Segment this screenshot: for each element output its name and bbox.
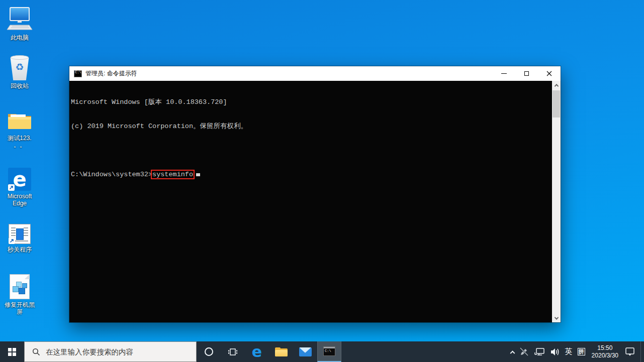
search-input[interactable] <box>46 348 181 356</box>
shortcut-arrow-icon <box>8 184 15 191</box>
edge-icon: e <box>8 168 31 191</box>
close-button[interactable] <box>538 66 561 81</box>
network-icon <box>534 347 545 356</box>
taskbar-search-box[interactable] <box>24 341 197 362</box>
desktop-icon-label: 秒关程序 <box>8 246 32 253</box>
desktop-icon-edge[interactable]: e Microsoft Edge <box>0 168 39 207</box>
windows-logo-icon <box>8 348 16 356</box>
taskbar: e C:\ <box>0 341 644 362</box>
edge-taskbar-button[interactable]: e <box>245 341 269 362</box>
cmd-window: C:\ 管理员: 命令提示符 Microsoft Windows [版本 10.… <box>69 66 561 322</box>
tray-expand-button[interactable] <box>508 341 517 362</box>
desktop-icon-label: 测试123. 。。 <box>8 135 31 149</box>
recycle-bin-icon: ♻ <box>10 54 30 80</box>
desktop-icon-program[interactable]: 秒关程序 <box>0 224 39 253</box>
speaker-icon <box>550 347 560 356</box>
system-tray: 英 拼 15:50 2020/3/30 <box>508 341 644 362</box>
scroll-down-button[interactable] <box>552 314 561 322</box>
close-icon <box>546 71 552 76</box>
cmd-title-bar[interactable]: C:\ 管理员: 命令提示符 <box>69 66 561 81</box>
console-output[interactable]: Microsoft Windows [版本 10.0.18363.720] (c… <box>69 81 561 322</box>
notification-icon <box>625 347 635 356</box>
minimize-button[interactable] <box>493 66 515 81</box>
highlighted-command: systeminfo <box>151 170 195 179</box>
chevron-up-icon <box>510 350 515 355</box>
chevron-down-icon <box>554 315 558 319</box>
ime-language-indicator[interactable]: 英 <box>563 341 575 362</box>
desktop-background[interactable]: 此电脑 ♻ 回收站 测试123. 。。 e <box>0 0 644 341</box>
desktop-icon-label: 回收站 <box>11 82 29 89</box>
edge-icon: e <box>252 344 262 359</box>
console-cursor <box>196 173 200 176</box>
cortana-icon <box>205 347 213 356</box>
search-icon <box>32 348 40 356</box>
ime-mode-indicator[interactable]: 拼 <box>575 341 588 362</box>
console-line-copyright: (c) 2019 Microsoft Corporation。保留所有权利。 <box>71 123 550 131</box>
action-center-button[interactable] <box>622 341 637 362</box>
pen-slash-icon <box>519 347 529 356</box>
console-prompt: C:\Windows\system32> <box>71 171 152 178</box>
cortana-button[interactable] <box>197 341 221 362</box>
task-view-icon <box>228 347 238 357</box>
desktop-icon-recycle-bin[interactable]: ♻ 回收站 <box>0 54 39 89</box>
file-explorer-button[interactable] <box>269 341 293 362</box>
clock-date: 2020/3/30 <box>592 352 618 359</box>
program-window-icon <box>9 224 31 244</box>
taskbar-clock[interactable]: 15:50 2020/3/30 <box>588 344 622 359</box>
shortcut-arrow-icon <box>9 237 15 244</box>
maximize-icon <box>524 71 529 76</box>
cmd-window-icon: C:\ <box>74 70 82 77</box>
pen-disabled-tray-button[interactable] <box>517 341 531 362</box>
this-pc-icon <box>6 7 33 32</box>
task-view-button[interactable] <box>221 341 245 362</box>
chevron-up-icon <box>554 84 558 88</box>
desktop-icon-test-folder[interactable]: 测试123. 。。 <box>0 110 39 149</box>
maximize-button[interactable] <box>515 66 538 81</box>
scrollbar-thumb[interactable] <box>553 90 560 117</box>
file-explorer-icon <box>275 347 288 356</box>
desktop-icon-label: Microsoft Edge <box>8 193 32 207</box>
desktop-icon-registry-fix[interactable]: 修复开机黑 屏 <box>0 274 39 315</box>
folder-icon <box>7 110 33 133</box>
cmd-taskbar-button[interactable]: C:\ <box>317 341 341 362</box>
registry-file-icon <box>10 274 30 299</box>
volume-tray-button[interactable] <box>547 341 563 362</box>
desktop-icon-this-pc[interactable]: 此电脑 <box>0 7 39 41</box>
ime-mode-icon: 拼 <box>578 348 585 355</box>
minimize-icon <box>501 73 507 74</box>
show-desktop-divider[interactable] <box>640 341 641 362</box>
desktop-icon-label: 修复开机黑 屏 <box>5 301 35 315</box>
mail-button[interactable] <box>293 341 317 362</box>
cmd-icon: C:\ <box>323 346 335 356</box>
scroll-up-button[interactable] <box>552 81 561 89</box>
clock-time: 15:50 <box>597 344 612 352</box>
console-prompt-line: C:\Windows\system32>systeminfo <box>71 171 550 179</box>
mail-icon <box>299 347 312 356</box>
cmd-window-title: 管理员: 命令提示符 <box>85 69 137 78</box>
desktop-icon-label: 此电脑 <box>11 34 29 41</box>
console-line-version: Microsoft Windows [版本 10.0.18363.720] <box>71 98 550 106</box>
console-scrollbar[interactable] <box>552 81 561 322</box>
network-tray-button[interactable] <box>531 341 547 362</box>
start-button[interactable] <box>0 341 24 362</box>
